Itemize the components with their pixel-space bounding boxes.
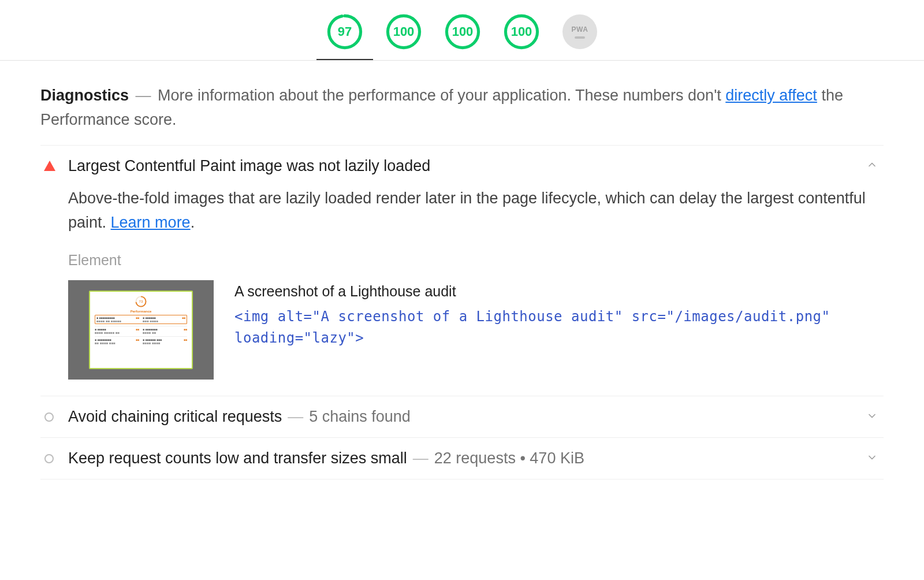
score-value: 100: [386, 14, 422, 50]
chevron-up-icon: [866, 159, 878, 173]
audit-lcp-lazy: Largest Contentful Paint image was not l…: [40, 146, 884, 397]
audit-header[interactable]: Keep request counts low and transfer siz…: [40, 438, 884, 479]
warning-triangle-icon: [40, 161, 68, 171]
pwa-badge[interactable]: PWA: [562, 14, 597, 49]
element-thumbnail: 73 Performance ■ ■■■■■■■■■■■■■ ■■ ■■■■■■…: [68, 280, 214, 380]
svg-text:73: 73: [139, 300, 143, 304]
score-value: 97: [327, 14, 363, 50]
score-gauge-performance[interactable]: 97: [327, 14, 363, 50]
element-code: <img alt="A screenshot of a Lighthouse a…: [234, 306, 884, 349]
score-gauge-seo[interactable]: 100: [504, 14, 539, 50]
diagnostics-title: Diagnostics: [40, 87, 129, 104]
audit-meta: 5 chains found: [309, 408, 411, 426]
audit-title: Largest Contentful Paint image was not l…: [68, 157, 430, 175]
svg-point-8: [45, 413, 53, 421]
diagnostics-header: Diagnostics — More information about the…: [40, 84, 884, 146]
diagnostics-desc-before: More information about the performance o…: [158, 87, 725, 104]
diagnostics-link[interactable]: directly affect: [725, 87, 817, 104]
score-gauge-best-practices[interactable]: 100: [445, 14, 480, 50]
chevron-down-icon: [866, 452, 878, 466]
learn-more-link[interactable]: Learn more: [111, 214, 191, 231]
audit-critical-chains: Avoid chaining critical requests — 5 cha…: [40, 396, 884, 438]
audit-request-counts: Keep request counts low and transfer siz…: [40, 438, 884, 479]
score-bar: 97 100 100 100 PWA: [0, 0, 924, 61]
audit-body: Above-the-fold images that are lazily lo…: [40, 187, 884, 396]
element-heading: Element: [68, 252, 884, 269]
audit-header[interactable]: Avoid chaining critical requests — 5 cha…: [40, 396, 884, 437]
audit-title: Avoid chaining critical requests: [68, 408, 282, 426]
element-caption: A screenshot of a Lighthouse audit: [234, 280, 884, 303]
score-value: 100: [504, 14, 539, 50]
pwa-label: PWA: [572, 25, 588, 34]
chevron-down-icon: [866, 410, 878, 424]
neutral-circle-icon: [40, 412, 68, 422]
audit-header[interactable]: Largest Contentful Paint image was not l…: [40, 146, 884, 187]
score-value: 100: [445, 14, 480, 50]
audit-title: Keep request counts low and transfer siz…: [68, 449, 407, 467]
pwa-status-bar-icon: [575, 36, 585, 39]
audit-meta: 22 requests • 470 KiB: [434, 449, 584, 467]
svg-point-9: [45, 455, 53, 463]
audit-desc-after: .: [191, 214, 195, 231]
neutral-circle-icon: [40, 453, 68, 464]
score-gauge-accessibility[interactable]: 100: [386, 14, 422, 50]
